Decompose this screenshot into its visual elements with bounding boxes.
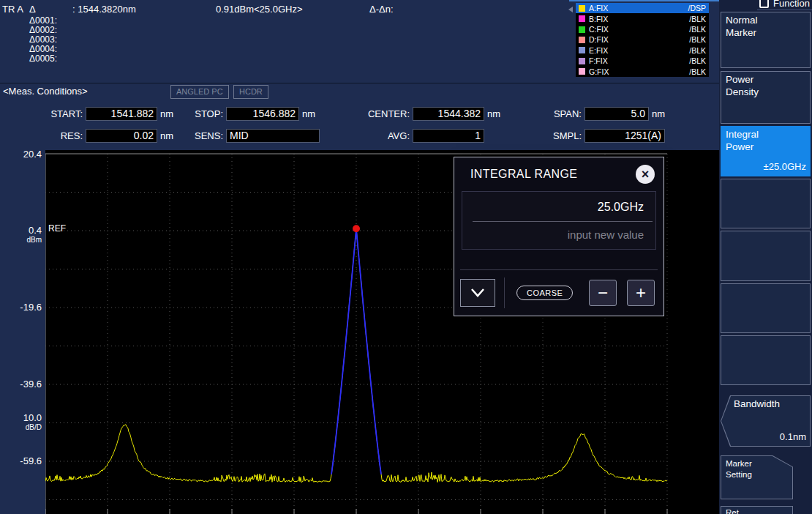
dialog-title: INTEGRAL RANGE	[470, 168, 636, 181]
legend-label: E:FIX	[589, 46, 608, 55]
legend-swatch	[579, 47, 585, 53]
peak-marker-dot	[353, 225, 360, 232]
avg-input[interactable]: 1	[413, 129, 484, 143]
delta-row-1: Δ0001:	[29, 15, 57, 26]
legend-row-b[interactable]: B:FIX /BLK	[576, 13, 709, 23]
ref-marker-label: REF	[48, 223, 66, 234]
center-label: CENTER:	[351, 108, 410, 119]
decrement-button[interactable]: −	[589, 280, 617, 306]
legend-swatch	[579, 5, 585, 12]
sens-input[interactable]: MID	[226, 129, 320, 143]
start-input[interactable]: 1541.882	[86, 107, 157, 121]
sens-label: SENS:	[176, 130, 223, 141]
function-icon	[759, 0, 769, 8]
legend-status: /BLK	[689, 67, 706, 76]
y-label-ref-unit: dBm	[0, 236, 42, 244]
hcdr-badge: HCDR	[233, 85, 268, 99]
y-label-div3: -59.6	[0, 455, 42, 466]
function-key-blank-2	[721, 231, 811, 281]
controls-divider	[460, 269, 658, 270]
key-label: Density	[726, 86, 805, 99]
legend-row-d[interactable]: D:FIX /BLK	[576, 34, 709, 45]
marker-readout-header: TR A Δ : 1544.3820nm 0.91dBm<25.0GHz> Δ-…	[0, 0, 571, 83]
delta-n-label: Δ-Δn:	[369, 4, 394, 15]
value-panel: 25.0GHz input new value	[462, 191, 656, 250]
function-header-line	[757, 10, 812, 10]
legend-swatch	[579, 26, 585, 33]
start-unit: nm	[160, 108, 173, 119]
function-menu-header: Function	[759, 0, 810, 9]
legend-row-f[interactable]: F:FIX /BLK	[576, 56, 709, 66]
value-input-placeholder[interactable]: input new value	[462, 222, 655, 249]
vertical-divider	[504, 278, 505, 308]
y-label-scale: 10.0	[0, 412, 42, 423]
key-label: Integral	[726, 129, 805, 141]
dialog-header: INTEGRAL RANGE ×	[454, 157, 663, 188]
delta-row-5: Δ0005:	[29, 53, 57, 64]
coarse-button[interactable]: COARSE	[516, 286, 573, 300]
y-label-div2: -39.6	[0, 379, 42, 390]
span-unit: nm	[652, 108, 665, 119]
function-menu: Function Normal Marker Power Density Int…	[719, 0, 812, 514]
legend-label: F:FIX	[589, 56, 608, 65]
key-label: Power	[726, 141, 805, 154]
legend-label: B:FIX	[589, 15, 608, 23]
res-unit: nm	[160, 130, 173, 141]
center-unit: nm	[487, 108, 500, 119]
function-menu-title: Function	[773, 0, 810, 9]
function-key-blank-4	[721, 335, 811, 385]
delta-row-3: Δ0003:	[29, 34, 57, 45]
span-input[interactable]: 5.0	[584, 107, 649, 121]
collapse-button[interactable]	[460, 279, 495, 307]
legend-status: /BLK	[689, 15, 706, 23]
smpl-input[interactable]: 1251(A)	[584, 129, 665, 143]
legend-label: A:FIX	[589, 4, 608, 12]
header-divider	[0, 83, 719, 83]
increment-button[interactable]: +	[627, 280, 655, 306]
legend-label: G:FIX	[589, 67, 609, 76]
integral-power-value: ±25.0GHz	[764, 161, 806, 173]
function-key-bandwidth[interactable]: Bandwidth 0.1nm	[721, 395, 811, 447]
marker-power-readout: 0.91dBm<25.0GHz>	[216, 4, 303, 15]
key-label: Bandwidth	[734, 398, 805, 411]
res-input[interactable]: 0.02	[86, 129, 157, 143]
function-key-marker-setting[interactable]: Marker Setting	[721, 455, 793, 499]
span-label: SPAN:	[523, 108, 582, 119]
delta-row-4: Δ0004:	[29, 44, 57, 54]
marker-setting-key-face: Marker Setting	[721, 456, 792, 499]
function-key-partial[interactable]: Ret	[721, 506, 793, 514]
stop-unit: nm	[302, 108, 315, 119]
stop-label: STOP:	[176, 108, 223, 119]
key-label: Setting	[726, 469, 788, 480]
avg-label: AVG:	[351, 130, 410, 141]
center-input[interactable]: 1544.382	[413, 107, 484, 121]
trace-id: TR A	[2, 4, 23, 15]
legend-status: /BLK	[689, 56, 706, 65]
key-label: Ret	[726, 508, 739, 514]
function-key-integral-power[interactable]: Integral Power ±25.0GHz	[721, 126, 811, 176]
delta-row-2: Δ0002:	[29, 25, 57, 35]
function-key-power-density[interactable]: Power Density	[721, 71, 811, 124]
legend-label: C:FIX	[589, 25, 609, 34]
legend-scroll-icon[interactable]	[568, 7, 573, 12]
function-key-blank-1	[721, 179, 811, 228]
key-label: Power	[726, 74, 805, 86]
connector-type-badge: ANGLED PC	[170, 85, 229, 99]
dialog-controls: COARSE − +	[460, 278, 655, 308]
legend-row-c[interactable]: C:FIX /BLK	[576, 24, 709, 34]
legend-row-e[interactable]: E:FIX /BLK	[576, 45, 709, 56]
legend-status: /BLK	[689, 25, 706, 34]
smpl-label: SMPL:	[523, 130, 582, 141]
stop-input[interactable]: 1546.882	[226, 107, 299, 121]
y-label-div1: -19.6	[0, 302, 42, 313]
osa-screen: TR A Δ : 1544.3820nm 0.91dBm<25.0GHz> Δ-…	[0, 0, 812, 514]
legend-row-a[interactable]: A:FIX /DSP	[576, 3, 709, 13]
function-key-normal-marker[interactable]: Normal Marker	[721, 12, 811, 68]
legend-status: /BLK	[689, 35, 706, 44]
integral-range-value[interactable]: 25.0GHz	[462, 192, 655, 218]
key-label: Normal	[726, 15, 805, 27]
legend-status: /BLK	[689, 46, 706, 55]
legend-row-g[interactable]: G:FIX /BLK	[576, 67, 709, 77]
close-icon[interactable]: ×	[636, 165, 655, 184]
marker-wavelength-readout: : 1544.3820nm	[72, 4, 136, 15]
